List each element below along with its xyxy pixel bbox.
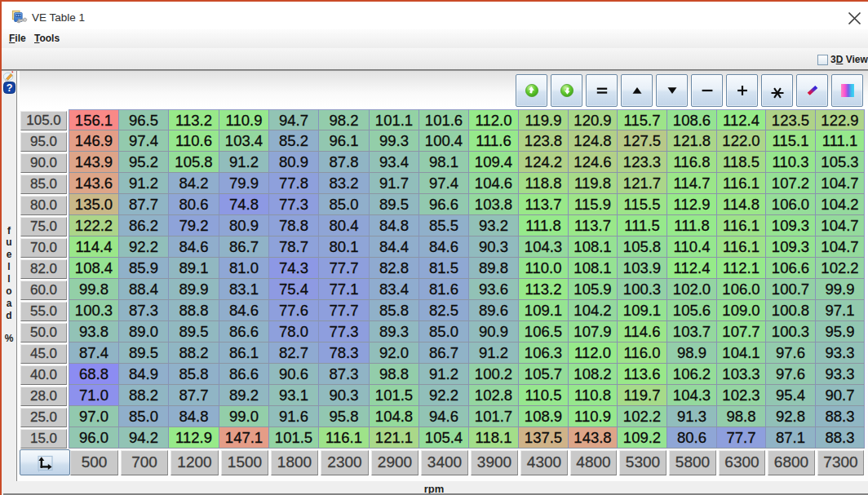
svg-text:?: ?	[7, 82, 13, 94]
